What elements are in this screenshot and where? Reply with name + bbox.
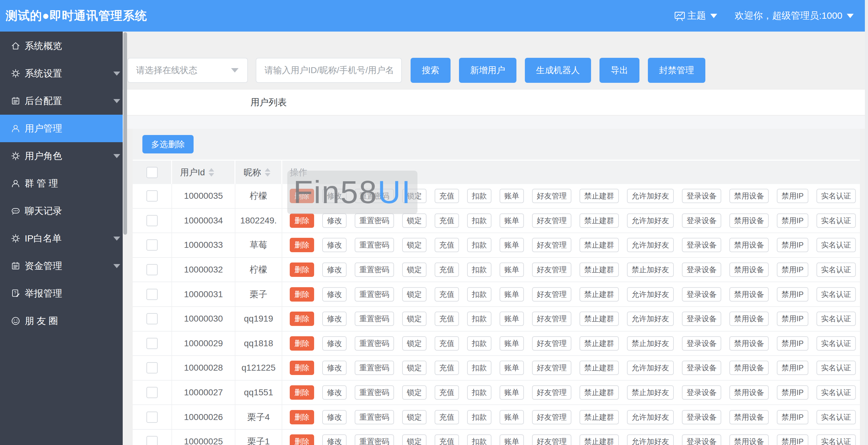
sidebar-item-gear[interactable]: 用户角色 (0, 142, 123, 170)
page-scrollbar-track[interactable] (865, 0, 868, 445)
delete-button[interactable]: 删除 (290, 238, 314, 252)
action-button[interactable]: 禁用设备 (730, 312, 769, 326)
action-button[interactable]: 重置密码 (355, 312, 394, 326)
action-button[interactable]: 扣款 (467, 287, 491, 302)
sort-icon[interactable] (265, 168, 270, 177)
action-button[interactable]: 充值 (435, 336, 459, 351)
action-button[interactable]: 好友管理 (532, 385, 571, 400)
sort-icon[interactable] (209, 168, 214, 177)
action-button[interactable]: 禁用设备 (730, 336, 769, 351)
action-button[interactable]: 登录设备 (682, 410, 721, 424)
action-button[interactable]: 锁定 (402, 410, 427, 424)
action-button[interactable]: 锁定 (402, 213, 427, 228)
welcome-user-menu[interactable]: 欢迎你，超级管理员:1000 (735, 9, 842, 22)
action-button[interactable]: 禁用设备 (730, 434, 769, 445)
action-button[interactable]: 修改 (322, 410, 347, 424)
action-button[interactable]: 重置密码 (355, 361, 394, 375)
action-button[interactable]: 禁用设备 (730, 410, 769, 424)
action-button[interactable]: 账单 (500, 336, 524, 351)
action-button[interactable]: 扣款 (467, 434, 491, 445)
action-button[interactable]: 重置密码 (355, 336, 394, 351)
action-button[interactable]: 修改 (322, 238, 347, 252)
action-button[interactable]: 充值 (435, 213, 459, 228)
action-button[interactable]: 登录设备 (682, 287, 721, 302)
action-button[interactable]: 实名认证 (816, 361, 856, 375)
search-button[interactable]: 搜索 (411, 58, 451, 83)
action-button[interactable]: 账单 (500, 385, 524, 400)
action-button[interactable]: 扣款 (467, 263, 491, 277)
sidebar-item-smile[interactable]: 朋 友 圈 (0, 307, 123, 335)
row-checkbox[interactable] (147, 387, 158, 398)
action-button[interactable]: 重置密码 (355, 189, 394, 203)
action-button[interactable]: 禁止建群 (580, 361, 619, 375)
action-button[interactable]: 禁止加好友 (627, 385, 674, 400)
action-button[interactable]: 禁用IP (777, 434, 808, 445)
action-button[interactable]: 禁用设备 (730, 263, 769, 277)
row-checkbox[interactable] (147, 264, 158, 275)
action-button[interactable]: 允许加好友 (627, 361, 674, 375)
action-button[interactable]: 修改 (322, 213, 347, 228)
action-button[interactable]: 账单 (500, 312, 524, 326)
action-button[interactable]: 禁止建群 (580, 312, 619, 326)
action-button[interactable]: 扣款 (467, 312, 491, 326)
action-button[interactable]: 允许加好友 (627, 238, 674, 252)
sidebar-item-gear[interactable]: IP白名单 (0, 225, 123, 252)
theme-chevron-down-icon[interactable] (710, 14, 717, 18)
action-button[interactable]: 禁止建群 (580, 336, 619, 351)
delete-button[interactable]: 删除 (290, 361, 314, 375)
action-button[interactable]: 实名认证 (816, 434, 856, 445)
action-button[interactable]: 禁止加好友 (627, 336, 674, 351)
action-button[interactable]: 重置密码 (355, 238, 394, 252)
delete-button[interactable]: 删除 (290, 263, 314, 277)
action-button[interactable]: 修改 (322, 434, 347, 445)
action-button[interactable]: 重置密码 (355, 213, 394, 228)
action-button[interactable]: 好友管理 (532, 434, 571, 445)
action-button[interactable]: 修改 (322, 385, 347, 400)
action-button[interactable]: 禁用IP (777, 336, 808, 351)
sidebar-item-clipboard[interactable]: 后台配置 (0, 87, 123, 115)
row-checkbox[interactable] (147, 215, 158, 226)
row-checkbox[interactable] (147, 436, 158, 445)
action-button[interactable]: 禁用设备 (730, 189, 769, 203)
action-button[interactable]: 修改 (322, 361, 347, 375)
action-button[interactable]: 登录设备 (682, 336, 721, 351)
action-button[interactable]: 好友管理 (532, 287, 571, 302)
action-button[interactable]: 实名认证 (816, 213, 856, 228)
action-button[interactable]: 禁用设备 (730, 213, 769, 228)
action-button[interactable]: 登录设备 (682, 312, 721, 326)
action-button[interactable]: 锁定 (402, 312, 427, 326)
action-button[interactable]: 锁定 (402, 189, 427, 203)
sidebar-item-report[interactable]: ?举报管理 (0, 280, 123, 307)
action-button[interactable]: 禁用IP (777, 213, 808, 228)
sidebar-item-clipboard[interactable]: 资金管理 (0, 252, 123, 280)
action-button[interactable]: 扣款 (467, 238, 491, 252)
action-button[interactable]: 扣款 (467, 213, 491, 228)
action-button[interactable]: 充值 (435, 263, 459, 277)
action-button[interactable]: 充值 (435, 410, 459, 424)
ban-manage-button[interactable]: 封禁管理 (648, 58, 705, 83)
action-button[interactable]: 实名认证 (816, 263, 856, 277)
action-button[interactable]: 实名认证 (816, 287, 856, 302)
action-button[interactable]: 禁用IP (777, 189, 808, 203)
action-button[interactable]: 扣款 (467, 189, 491, 203)
sidebar-item-home[interactable]: 系统概览 (0, 32, 123, 60)
action-button[interactable]: 好友管理 (532, 238, 571, 252)
action-button[interactable]: 修改 (322, 287, 347, 302)
action-button[interactable]: 充值 (435, 312, 459, 326)
header-nickname[interactable]: 昵称 (236, 160, 282, 184)
online-status-select[interactable]: 请选择在线状态 (127, 58, 248, 83)
action-button[interactable]: 扣款 (467, 410, 491, 424)
action-button[interactable]: 禁止建群 (580, 189, 619, 203)
action-button[interactable]: 禁止建群 (580, 213, 619, 228)
action-button[interactable]: 锁定 (402, 361, 427, 375)
action-button[interactable]: 禁用IP (777, 385, 808, 400)
sidebar-item-user[interactable]: 群 管 理 (0, 170, 123, 197)
action-button[interactable]: 账单 (500, 434, 524, 445)
action-button[interactable]: 允许加好友 (627, 287, 674, 302)
action-button[interactable]: 实名认证 (816, 385, 856, 400)
action-button[interactable]: 禁止建群 (580, 263, 619, 277)
action-button[interactable]: 重置密码 (355, 287, 394, 302)
action-button[interactable]: 允许加好友 (627, 434, 674, 445)
action-button[interactable]: 充值 (435, 361, 459, 375)
action-button[interactable]: 登录设备 (682, 238, 721, 252)
